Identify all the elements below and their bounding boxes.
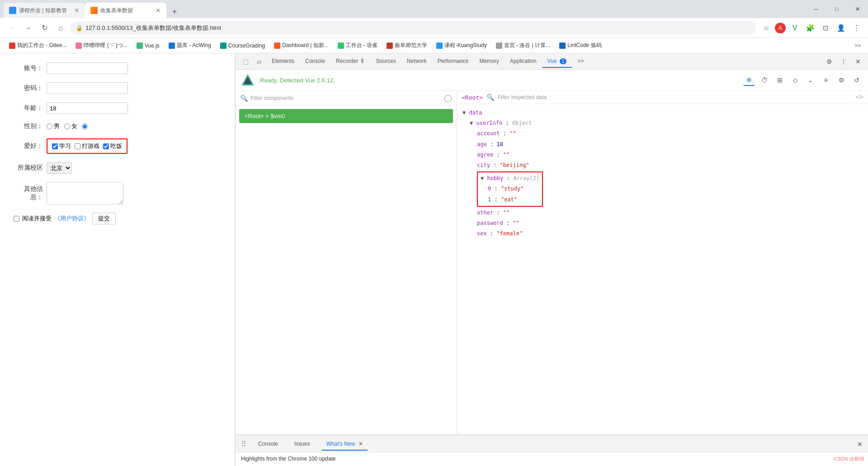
tree-toggle-userinfo[interactable]: ▼ <box>470 120 473 126</box>
minimize-button[interactable]: ─ <box>806 2 826 16</box>
vue-timeline-btn[interactable]: ⏱ <box>759 74 770 86</box>
vue-right-header: <Root> 🔍 </> <box>457 91 868 104</box>
bookmark-label-bilibili: 哔哩哔哩 ( '-' )つ... <box>84 42 127 49</box>
tree-agree-node: agree : "" <box>477 150 863 160</box>
tab-sources[interactable]: Sources <box>371 55 401 68</box>
tab-elements[interactable]: Elements <box>266 55 300 68</box>
hobby-box: 学习 打游戏 吃饭 <box>47 138 127 154</box>
filter-inspected-input[interactable] <box>498 94 852 100</box>
bookmark-kuangstudy[interactable]: 课程-KuangStudy <box>433 40 490 51</box>
whatsnew-close-btn[interactable]: ✕ <box>359 441 363 447</box>
devtools-settings-btn[interactable]: ⚙ <box>823 55 835 68</box>
filter-components-input[interactable] <box>250 95 441 101</box>
devtools-box-btn[interactable]: ▱ <box>253 55 265 68</box>
cast-button[interactable]: ⊡ <box>819 22 832 34</box>
bookmarks-more-button[interactable]: >> <box>853 41 863 51</box>
bookmark-lintcode[interactable]: LintCode 炼码 <box>556 40 605 51</box>
vue-component-tree-btn[interactable]: ⊕ <box>743 74 755 86</box>
tab-recorder[interactable]: Recorder 🎙 <box>330 55 371 68</box>
hobby-eat-checkbox[interactable] <box>103 143 109 149</box>
right-expand-icon[interactable]: </> <box>856 94 863 100</box>
tree-key-age: age <box>477 141 487 147</box>
vue-chevron-btn[interactable]: ⌄ <box>805 74 816 86</box>
bookmark-bilibili[interactable]: 哔哩哔哩 ( '-' )つ... <box>72 40 131 51</box>
profile-button[interactable]: A <box>775 23 786 33</box>
bookmark-acwing[interactable]: 题库 - AcWing <box>165 40 215 51</box>
bookmark-dashboard[interactable]: Dashboard | 知新... <box>270 40 332 51</box>
gender-male-radio[interactable] <box>47 124 52 129</box>
password-input[interactable] <box>47 82 128 94</box>
new-tab-button[interactable]: + <box>168 5 181 18</box>
browser-tab-1[interactable]: 课程作业 | 知新教管 ✕ <box>4 3 85 18</box>
tree-toggle-hobby[interactable]: ▼ <box>481 175 484 181</box>
vue-diamond-btn[interactable]: ◇ <box>789 74 801 86</box>
hobby-study-checkbox[interactable] <box>52 143 58 149</box>
bookmark-qfnu[interactable]: 曲阜师范大学 <box>383 40 431 51</box>
root-node-bar[interactable]: <Root> = $vm0 <box>239 109 453 123</box>
bookmark-luogu[interactable]: 首页 - 洛谷 | 计算... <box>492 40 554 51</box>
tab-close-1[interactable]: ✕ <box>74 7 80 14</box>
forward-button[interactable]: → <box>22 22 34 34</box>
refresh-button[interactable]: ↻ <box>38 22 51 34</box>
gender-female-radio-2[interactable] <box>82 124 88 129</box>
vue-bar-btn[interactable]: ≡ <box>820 74 832 86</box>
submit-button[interactable]: 提交 <box>92 213 116 224</box>
devtools-close-btn[interactable]: ✕ <box>852 55 864 68</box>
account-input[interactable] <box>47 62 128 74</box>
tree-toggle-data[interactable]: ▼ <box>462 109 466 116</box>
devtools-more-btn[interactable]: ⋮ <box>837 55 850 68</box>
vue-gear-btn[interactable]: ⚙ <box>835 74 847 86</box>
bottom-drag-icon[interactable]: ⠿ <box>241 440 246 448</box>
agree-link[interactable]: 《用户协议》 <box>54 214 90 223</box>
tab-memory[interactable]: Memory <box>474 55 505 68</box>
bookmark-coursegrading[interactable]: CourseGrading <box>217 41 269 51</box>
vue-tab-badge: 1 <box>560 58 567 64</box>
tab-console[interactable]: Console <box>300 55 330 68</box>
bottom-tab-whatsnew[interactable]: What's New ✕ <box>322 438 368 451</box>
bookmark-star-button[interactable]: ☆ <box>760 22 772 34</box>
tab-performance[interactable]: Performance <box>432 55 474 68</box>
bottom-panel-close-btn[interactable]: ✕ <box>857 441 863 448</box>
hobby-eat-label[interactable]: 吃饭 <box>103 142 122 150</box>
hobby-game-label[interactable]: 打游戏 <box>75 142 99 150</box>
home-button[interactable]: ⌂ <box>54 22 67 34</box>
tree-val-hobby-0: "study" <box>501 185 524 192</box>
tab-application[interactable]: Application <box>505 55 542 68</box>
address-bar[interactable]: 🔒 127.0.0.1:5500/13_收集表单数据/收集表单数据.html <box>71 21 756 35</box>
back-button[interactable]: ← <box>5 22 18 34</box>
filter-clear-icon[interactable]: ◯ <box>444 94 452 102</box>
extensions-button[interactable]: 🧩 <box>804 22 816 34</box>
devtools-toolbar: ⬚ ▱ Elements Console Recorder 🎙 Sources … <box>236 53 868 70</box>
more-options-button[interactable]: ⋮ <box>850 22 863 34</box>
account-circle-button[interactable]: 👤 <box>835 22 847 34</box>
vue-refresh-btn[interactable]: ↺ <box>851 74 863 86</box>
other-textarea[interactable] <box>47 182 123 204</box>
gender-female-radio[interactable] <box>64 124 70 129</box>
bottom-tab-issues[interactable]: Issues <box>290 438 315 451</box>
tree-userinfo-node: ▼ userInfo : Object <box>470 118 863 128</box>
district-select[interactable]: 北京 上海 广州 <box>47 162 72 174</box>
vue-ext-button[interactable]: V <box>788 22 801 34</box>
hobby-game-checkbox[interactable] <box>75 143 80 149</box>
bookmark-icon-luogu <box>496 43 502 49</box>
gender-female-label[interactable]: 女 <box>64 122 77 130</box>
bookmark-yuque[interactable]: 工作台 - 语雀 <box>334 40 382 51</box>
bookmark-gitee[interactable]: 我的工作台 - Gitee... <box>5 40 70 51</box>
bottom-tab-console[interactable]: Console <box>254 438 283 451</box>
devtools-cursor-btn[interactable]: ⬚ <box>239 55 252 68</box>
tree-type-hobby: Array[2] <box>513 175 539 181</box>
hobby-study-label[interactable]: 学习 <box>52 142 71 150</box>
gender-male-label[interactable]: 男 <box>47 122 60 130</box>
tab-vue[interactable]: Vue 1 <box>542 55 572 68</box>
bookmark-vuejs[interactable]: Vue.js <box>133 41 163 51</box>
tab-more[interactable]: >> <box>572 55 589 68</box>
close-window-button[interactable]: ✕ <box>847 2 868 16</box>
age-input[interactable] <box>47 102 128 114</box>
tab-network[interactable]: Network <box>401 55 432 68</box>
maximize-button[interactable]: □ <box>826 2 847 16</box>
agree-checkbox[interactable] <box>14 216 19 222</box>
tab-close-2[interactable]: ✕ <box>156 7 161 14</box>
tree-data-children: ▼ userInfo : Object account : <box>462 118 863 239</box>
browser-tab-2[interactable]: 收集表单数据 ✕ <box>85 3 166 18</box>
vue-grid-btn[interactable]: ⊞ <box>774 74 786 86</box>
